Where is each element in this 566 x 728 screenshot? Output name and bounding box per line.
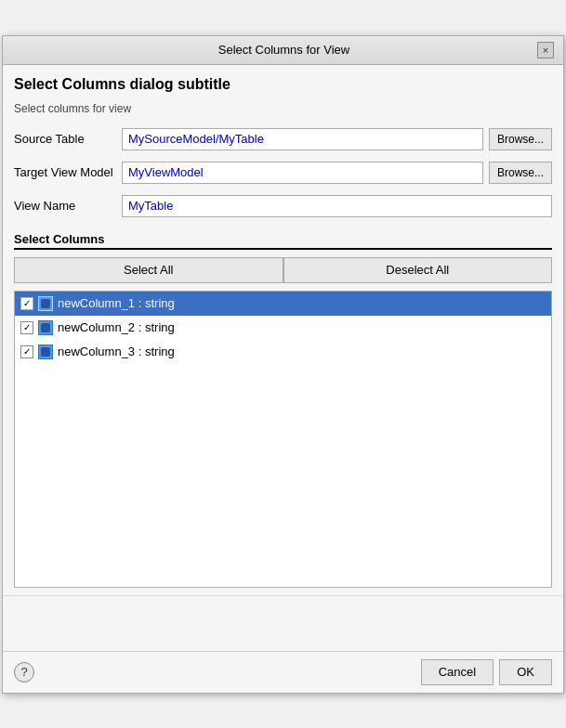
dialog-body: Select Columns dialog subtitle Select co… xyxy=(3,65,563,595)
target-view-model-browse-button[interactable]: Browse... xyxy=(489,162,552,184)
source-table-browse-button[interactable]: Browse... xyxy=(489,128,552,150)
target-view-model-input[interactable] xyxy=(122,162,483,184)
cancel-button[interactable]: Cancel xyxy=(421,659,494,685)
help-button[interactable]: ? xyxy=(14,662,34,682)
column-item-1[interactable]: newColumn_1 : string xyxy=(15,292,551,316)
column-1-label: newColumn_1 : string xyxy=(58,296,175,310)
close-button[interactable]: × xyxy=(537,42,554,58)
source-table-label: Source Table xyxy=(14,132,116,146)
select-buttons-row: Select All Deselect All xyxy=(14,257,552,283)
target-view-model-label: Target View Model xyxy=(14,165,116,179)
column-3-icon xyxy=(38,344,53,359)
source-table-input[interactable] xyxy=(122,128,483,150)
ok-button[interactable]: OK xyxy=(499,659,552,685)
column-2-icon xyxy=(38,320,53,335)
column-item-3[interactable]: newColumn_3 : string xyxy=(15,340,551,364)
target-view-model-row: Target View Model Browse... xyxy=(14,162,552,184)
view-name-row: View Name xyxy=(14,195,552,217)
footer-spacer xyxy=(3,595,563,651)
column-item-2[interactable]: newColumn_2 : string xyxy=(15,316,551,340)
dialog-footer: ? Cancel OK xyxy=(3,651,563,693)
source-table-row: Source Table Browse... xyxy=(14,128,552,150)
column-2-label: newColumn_2 : string xyxy=(58,320,175,334)
select-columns-dialog: Select Columns for View × Select Columns… xyxy=(2,35,564,694)
column-3-checkbox[interactable] xyxy=(20,345,33,358)
select-columns-section-title: Select Columns xyxy=(14,232,552,250)
select-all-button[interactable]: Select All xyxy=(14,257,283,283)
view-name-label: View Name xyxy=(14,199,116,213)
footer-left: ? xyxy=(14,662,34,682)
column-1-icon xyxy=(38,296,53,311)
dialog-main-title: Select Columns dialog subtitle xyxy=(14,76,552,93)
column-1-checkbox[interactable] xyxy=(20,297,33,310)
footer-right: Cancel OK xyxy=(421,659,552,685)
title-bar: Select Columns for View × xyxy=(3,36,563,65)
columns-list: newColumn_1 : string newColumn_2 : strin… xyxy=(14,291,552,588)
dialog-title-bar-text: Select Columns for View xyxy=(31,43,537,57)
deselect-all-button[interactable]: Deselect All xyxy=(283,257,553,283)
view-name-input[interactable] xyxy=(122,195,552,217)
dialog-subtitle: Select columns for view xyxy=(14,102,552,115)
column-2-checkbox[interactable] xyxy=(20,321,33,334)
column-3-label: newColumn_3 : string xyxy=(58,344,175,358)
